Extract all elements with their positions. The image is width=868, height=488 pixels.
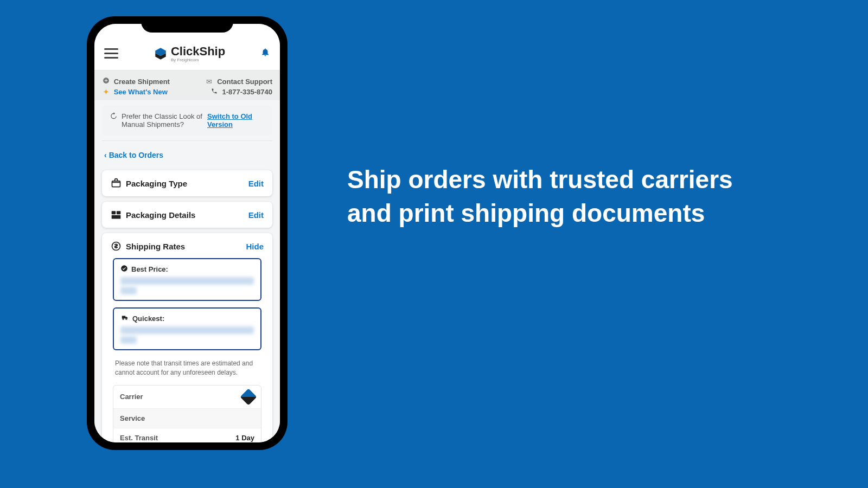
- classic-look-banner: Prefer the Classic Look of Manual Shipme…: [102, 106, 272, 135]
- boxes-icon: [111, 209, 122, 220]
- check-badge-icon: [120, 265, 128, 274]
- create-shipment-link[interactable]: Create Shipment: [102, 77, 170, 86]
- phone-screen: ClickShip By Freightcom: [94, 24, 280, 442]
- packaging-details-edit[interactable]: Edit: [248, 210, 264, 220]
- table-row: Est. Transit 1 Day: [113, 428, 261, 442]
- logo-mark-icon: [154, 47, 168, 61]
- dollar-circle-icon: [111, 241, 122, 252]
- svg-point-7: [123, 318, 124, 319]
- phone-frame: ClickShip By Freightcom: [87, 16, 288, 450]
- contact-support-link[interactable]: ✉ Contact Support: [206, 78, 272, 86]
- redacted-text: [120, 277, 254, 285]
- transit-label: Est. Transit: [120, 434, 158, 442]
- support-phone-number: 1-877-335-8740: [222, 88, 272, 96]
- brand-sub: By Freightcom: [171, 57, 225, 62]
- app-header: ClickShip By Freightcom: [94, 24, 280, 70]
- sparkle-icon: ✦: [102, 88, 110, 96]
- whats-new-label: See What's New: [114, 88, 168, 96]
- menu-icon[interactable]: [104, 48, 118, 59]
- shipping-rates-title: Shipping Rates: [126, 242, 185, 251]
- quickest-option[interactable]: Quickest:: [113, 307, 261, 350]
- redacted-text: [120, 336, 137, 344]
- support-phone[interactable]: 1-877-335-8740: [210, 88, 272, 96]
- shipping-rates-card: Shipping Rates Hide Best Price:: [102, 233, 272, 442]
- table-row: Service: [113, 409, 261, 428]
- packaging-details-title: Packaging Details: [126, 210, 195, 220]
- classic-prompt: Prefer the Classic Look of Manual Shipme…: [122, 112, 207, 129]
- phone-icon: [210, 88, 218, 96]
- packaging-type-title: Packaging Type: [126, 179, 187, 188]
- toolbar: Create Shipment ✉ Contact Support ✦ See …: [94, 70, 280, 100]
- hero-headline: Ship orders with trusted carriers and pr…: [347, 163, 760, 230]
- chevron-left-icon: ‹: [104, 151, 107, 159]
- bell-icon[interactable]: [260, 47, 270, 60]
- svg-rect-4: [112, 215, 121, 219]
- packaging-details-card: Packaging Details Edit: [102, 202, 272, 228]
- service-label: Service: [120, 414, 145, 422]
- svg-rect-1: [112, 181, 120, 187]
- redacted-text: [120, 287, 137, 294]
- plus-circle-icon: [102, 77, 110, 86]
- whats-new-link[interactable]: ✦ See What's New: [102, 88, 168, 96]
- divider: [102, 140, 272, 141]
- svg-rect-3: [117, 211, 121, 214]
- back-label: Back to Orders: [109, 151, 163, 159]
- redacted-text: [120, 326, 254, 334]
- brand-name: ClickShip: [171, 44, 225, 58]
- switch-old-version-link[interactable]: Switch to Old Version: [207, 112, 265, 129]
- carrier-label: Carrier: [120, 393, 143, 401]
- envelope-icon: ✉: [206, 78, 213, 86]
- transit-value: 1 Day: [235, 434, 254, 442]
- transit-note: Please note that transit times are estim…: [111, 357, 264, 382]
- package-icon: [111, 178, 122, 189]
- content-scroll[interactable]: Create Shipment ✉ Contact Support ✦ See …: [94, 70, 280, 442]
- rate-details-table: Carrier Service Est. Transit 1 Day T: [113, 385, 261, 442]
- packaging-type-edit[interactable]: Edit: [248, 179, 264, 188]
- svg-point-8: [126, 318, 127, 319]
- table-row: Carrier: [113, 386, 261, 409]
- contact-support-label: Contact Support: [217, 78, 272, 86]
- svg-rect-2: [112, 211, 116, 214]
- shipping-rates-hide[interactable]: Hide: [246, 242, 264, 251]
- truck-icon: [120, 314, 129, 323]
- brand-logo: ClickShip By Freightcom: [154, 44, 225, 62]
- quickest-label: Quickest:: [132, 314, 164, 323]
- carrier-logo-icon: [240, 388, 257, 405]
- back-to-orders-link[interactable]: ‹ Back to Orders: [94, 143, 280, 165]
- svg-point-6: [121, 265, 127, 272]
- create-shipment-label: Create Shipment: [114, 78, 170, 86]
- packaging-type-card: Packaging Type Edit: [102, 170, 272, 196]
- best-price-label: Best Price:: [131, 265, 168, 273]
- best-price-option[interactable]: Best Price:: [113, 258, 261, 301]
- history-icon: [110, 112, 117, 121]
